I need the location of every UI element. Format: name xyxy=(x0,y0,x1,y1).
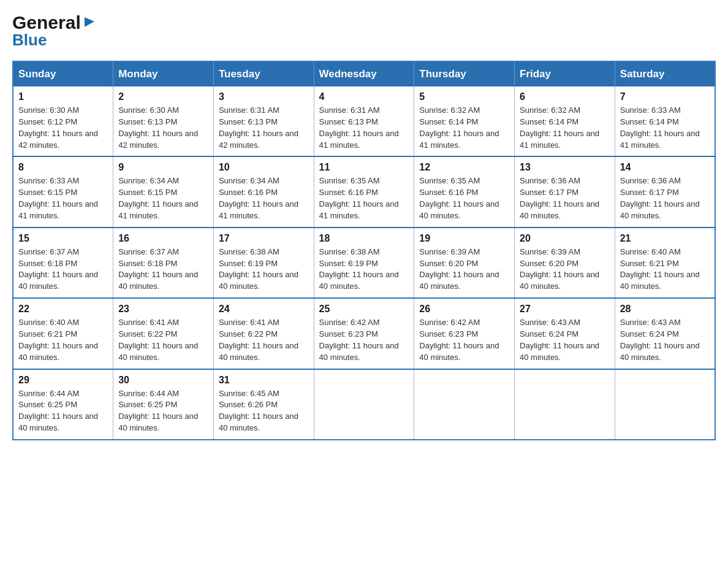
calendar-cell: 22Sunrise: 6:40 AMSunset: 6:21 PMDayligh… xyxy=(13,298,113,369)
calendar-cell: 23Sunrise: 6:41 AMSunset: 6:22 PMDayligh… xyxy=(113,298,214,369)
calendar-cell: 24Sunrise: 6:41 AMSunset: 6:22 PMDayligh… xyxy=(213,298,314,369)
calendar-cell: 29Sunrise: 6:44 AMSunset: 6:25 PMDayligh… xyxy=(13,369,113,440)
day-info: Sunrise: 6:30 AMSunset: 6:12 PMDaylight:… xyxy=(18,105,108,151)
day-number: 17 xyxy=(219,233,309,244)
logo-blue: Blue xyxy=(12,31,47,50)
column-header-monday: Monday xyxy=(113,61,214,86)
day-number: 12 xyxy=(419,162,509,173)
calendar-cell: 20Sunrise: 6:39 AMSunset: 6:20 PMDayligh… xyxy=(515,228,615,298)
day-info: Sunrise: 6:34 AMSunset: 6:15 PMDaylight:… xyxy=(118,175,208,221)
day-info: Sunrise: 6:41 AMSunset: 6:22 PMDaylight:… xyxy=(219,317,309,363)
calendar-cell xyxy=(414,369,515,440)
day-number: 11 xyxy=(319,162,409,173)
calendar-cell: 17Sunrise: 6:38 AMSunset: 6:19 PMDayligh… xyxy=(213,228,314,298)
column-header-saturday: Saturday xyxy=(615,61,715,86)
day-info: Sunrise: 6:38 AMSunset: 6:19 PMDaylight:… xyxy=(319,247,409,293)
calendar-cell: 26Sunrise: 6:42 AMSunset: 6:23 PMDayligh… xyxy=(414,298,515,369)
day-number: 2 xyxy=(118,91,208,102)
day-info: Sunrise: 6:36 AMSunset: 6:17 PMDaylight:… xyxy=(520,175,610,221)
logo: General Blue xyxy=(12,12,96,50)
day-number: 14 xyxy=(620,162,710,173)
calendar-cell: 12Sunrise: 6:35 AMSunset: 6:16 PMDayligh… xyxy=(414,156,515,227)
day-info: Sunrise: 6:43 AMSunset: 6:24 PMDaylight:… xyxy=(620,317,710,363)
day-number: 7 xyxy=(620,91,710,102)
day-number: 20 xyxy=(520,233,610,244)
column-header-tuesday: Tuesday xyxy=(213,61,314,86)
calendar-cell: 19Sunrise: 6:39 AMSunset: 6:20 PMDayligh… xyxy=(414,228,515,298)
calendar-cell xyxy=(615,369,715,440)
day-number: 16 xyxy=(118,233,208,244)
day-info: Sunrise: 6:41 AMSunset: 6:22 PMDaylight:… xyxy=(118,317,208,363)
day-number: 29 xyxy=(18,375,108,386)
day-info: Sunrise: 6:31 AMSunset: 6:13 PMDaylight:… xyxy=(319,105,409,151)
day-number: 25 xyxy=(319,304,409,315)
day-info: Sunrise: 6:35 AMSunset: 6:16 PMDaylight:… xyxy=(419,175,509,221)
calendar-cell: 16Sunrise: 6:37 AMSunset: 6:18 PMDayligh… xyxy=(113,228,214,298)
svg-marker-0 xyxy=(85,17,94,27)
day-info: Sunrise: 6:42 AMSunset: 6:23 PMDaylight:… xyxy=(319,317,409,363)
day-number: 23 xyxy=(118,304,208,315)
day-info: Sunrise: 6:37 AMSunset: 6:18 PMDaylight:… xyxy=(18,247,108,293)
calendar-cell: 9Sunrise: 6:34 AMSunset: 6:15 PMDaylight… xyxy=(113,156,214,227)
day-number: 4 xyxy=(319,91,409,102)
day-info: Sunrise: 6:45 AMSunset: 6:26 PMDaylight:… xyxy=(219,388,309,434)
day-info: Sunrise: 6:40 AMSunset: 6:21 PMDaylight:… xyxy=(18,317,108,363)
day-info: Sunrise: 6:44 AMSunset: 6:25 PMDaylight:… xyxy=(118,388,208,434)
day-number: 9 xyxy=(118,162,208,173)
day-info: Sunrise: 6:42 AMSunset: 6:23 PMDaylight:… xyxy=(419,317,509,363)
day-info: Sunrise: 6:34 AMSunset: 6:16 PMDaylight:… xyxy=(219,175,309,221)
calendar-table: SundayMondayTuesdayWednesdayThursdayFrid… xyxy=(12,61,716,440)
column-header-thursday: Thursday xyxy=(414,61,515,86)
day-number: 22 xyxy=(18,304,108,315)
calendar-week-row: 1Sunrise: 6:30 AMSunset: 6:12 PMDaylight… xyxy=(13,86,715,156)
calendar-cell: 11Sunrise: 6:35 AMSunset: 6:16 PMDayligh… xyxy=(314,156,414,227)
day-number: 30 xyxy=(118,375,208,386)
day-info: Sunrise: 6:30 AMSunset: 6:13 PMDaylight:… xyxy=(118,105,208,151)
day-number: 27 xyxy=(520,304,610,315)
calendar-cell: 1Sunrise: 6:30 AMSunset: 6:12 PMDaylight… xyxy=(13,86,113,156)
calendar-cell: 18Sunrise: 6:38 AMSunset: 6:19 PMDayligh… xyxy=(314,228,414,298)
day-number: 24 xyxy=(219,304,309,315)
day-number: 26 xyxy=(419,304,509,315)
calendar-cell: 28Sunrise: 6:43 AMSunset: 6:24 PMDayligh… xyxy=(615,298,715,369)
calendar-cell: 15Sunrise: 6:37 AMSunset: 6:18 PMDayligh… xyxy=(13,228,113,298)
day-info: Sunrise: 6:33 AMSunset: 6:14 PMDaylight:… xyxy=(620,105,710,151)
day-number: 19 xyxy=(419,233,509,244)
day-info: Sunrise: 6:39 AMSunset: 6:20 PMDaylight:… xyxy=(520,247,610,293)
calendar-week-row: 22Sunrise: 6:40 AMSunset: 6:21 PMDayligh… xyxy=(13,298,715,369)
calendar-cell: 2Sunrise: 6:30 AMSunset: 6:13 PMDaylight… xyxy=(113,86,214,156)
day-number: 31 xyxy=(219,375,309,386)
day-info: Sunrise: 6:35 AMSunset: 6:16 PMDaylight:… xyxy=(319,175,409,221)
calendar-cell: 4Sunrise: 6:31 AMSunset: 6:13 PMDaylight… xyxy=(314,86,414,156)
calendar-cell: 25Sunrise: 6:42 AMSunset: 6:23 PMDayligh… xyxy=(314,298,414,369)
calendar-cell xyxy=(515,369,615,440)
calendar-cell: 5Sunrise: 6:32 AMSunset: 6:14 PMDaylight… xyxy=(414,86,515,156)
day-info: Sunrise: 6:32 AMSunset: 6:14 PMDaylight:… xyxy=(419,105,509,151)
day-info: Sunrise: 6:32 AMSunset: 6:14 PMDaylight:… xyxy=(520,105,610,151)
column-header-wednesday: Wednesday xyxy=(314,61,414,86)
calendar-week-row: 8Sunrise: 6:33 AMSunset: 6:15 PMDaylight… xyxy=(13,156,715,227)
calendar-cell: 31Sunrise: 6:45 AMSunset: 6:26 PMDayligh… xyxy=(213,369,314,440)
calendar-header-row: SundayMondayTuesdayWednesdayThursdayFrid… xyxy=(13,61,715,86)
day-number: 6 xyxy=(520,91,610,102)
day-info: Sunrise: 6:44 AMSunset: 6:25 PMDaylight:… xyxy=(18,388,108,434)
day-info: Sunrise: 6:37 AMSunset: 6:18 PMDaylight:… xyxy=(118,247,208,293)
day-info: Sunrise: 6:31 AMSunset: 6:13 PMDaylight:… xyxy=(219,105,309,151)
day-info: Sunrise: 6:33 AMSunset: 6:15 PMDaylight:… xyxy=(18,175,108,221)
calendar-cell: 10Sunrise: 6:34 AMSunset: 6:16 PMDayligh… xyxy=(213,156,314,227)
column-header-friday: Friday xyxy=(515,61,615,86)
day-number: 18 xyxy=(319,233,409,244)
column-header-sunday: Sunday xyxy=(13,61,113,86)
calendar-cell: 14Sunrise: 6:36 AMSunset: 6:17 PMDayligh… xyxy=(615,156,715,227)
logo-general: General xyxy=(12,12,81,33)
calendar-cell: 21Sunrise: 6:40 AMSunset: 6:21 PMDayligh… xyxy=(615,228,715,298)
calendar-week-row: 29Sunrise: 6:44 AMSunset: 6:25 PMDayligh… xyxy=(13,369,715,440)
day-number: 5 xyxy=(419,91,509,102)
day-number: 28 xyxy=(620,304,710,315)
page-header: General Blue xyxy=(12,12,716,50)
day-number: 1 xyxy=(18,91,108,102)
day-number: 21 xyxy=(620,233,710,244)
day-info: Sunrise: 6:39 AMSunset: 6:20 PMDaylight:… xyxy=(419,247,509,293)
day-number: 10 xyxy=(219,162,309,173)
day-info: Sunrise: 6:36 AMSunset: 6:17 PMDaylight:… xyxy=(620,175,710,221)
